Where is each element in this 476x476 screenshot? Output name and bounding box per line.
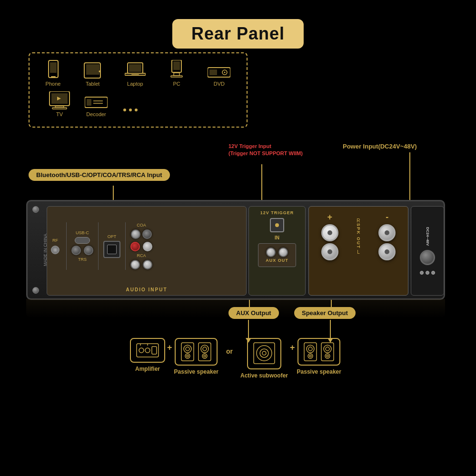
arrow-spk-down — [330, 320, 331, 339]
line-aux-up — [249, 300, 250, 307]
trs-label-text: TRS — [78, 257, 87, 262]
svg-rect-2 — [50, 62, 57, 73]
line-trigger — [261, 164, 262, 200]
spk-minus: - — [386, 212, 388, 222]
usbc-label-text: USB-C — [76, 230, 89, 235]
source-dvd: DVD — [208, 66, 230, 87]
optical-connector — [103, 241, 120, 258]
bottom-diagram: Amplifier + P — [26, 338, 445, 379]
svg-point-44 — [202, 354, 207, 358]
source-phone: Phone — [46, 60, 61, 87]
trs-right — [84, 246, 93, 255]
active-subwoofer-box — [247, 338, 281, 369]
rf-connector — [51, 246, 60, 254]
decoder-label: Decoder — [86, 111, 106, 117]
dc-connector — [420, 250, 435, 265]
svg-rect-22 — [52, 108, 67, 109]
dc-label: DC24~48V — [426, 227, 430, 246]
laptop-label: Laptop — [127, 81, 143, 87]
amplifier-label: Amplifier — [135, 366, 160, 372]
coa-left — [131, 229, 140, 239]
aux-l — [266, 248, 276, 257]
source-tablet: Tablet — [83, 62, 102, 87]
pc-icon — [168, 60, 185, 79]
svg-rect-30 — [137, 344, 159, 357]
svg-point-51 — [307, 345, 314, 353]
decoder-icon — [85, 95, 108, 109]
svg-point-32 — [145, 348, 150, 353]
tablet-icon — [83, 62, 102, 79]
svg-rect-9 — [131, 74, 139, 75]
trigger-section: 12V TRIGGER IN AUX OUT — [248, 206, 306, 296]
spk-post-minus-r — [378, 243, 396, 260]
svg-point-57 — [326, 347, 329, 351]
svg-point-37 — [184, 345, 191, 353]
coa-label-text: COA — [137, 223, 146, 228]
power-label: Power Input(DC24V~48V) — [343, 143, 417, 150]
plus-sign-2: + — [288, 343, 297, 353]
phone-icon — [46, 60, 60, 79]
trs-column: USB-C TRS — [71, 230, 93, 262]
svg-point-5 — [99, 70, 100, 72]
trigger-label: 12V Trigger Input (Trigger NOT SUPPORT W… — [228, 143, 303, 158]
svg-rect-12 — [174, 73, 179, 76]
passive-speaker-2-box — [298, 338, 340, 366]
svg-point-54 — [309, 355, 311, 357]
svg-point-17 — [224, 72, 226, 73]
source-decoder: Decoder — [85, 95, 108, 117]
coa-right — [142, 229, 152, 239]
svg-rect-1 — [51, 76, 56, 77]
diagram-amplifier-group: Amplifier — [130, 338, 165, 372]
rf-column: RF — [51, 238, 61, 254]
bolt-tl — [32, 206, 39, 213]
amp-panel: MADE IN CHINA www.aiyima.com RF USB-C TR… — [26, 200, 445, 300]
svg-point-53 — [308, 354, 313, 358]
trs-left — [71, 246, 81, 255]
spk-l-label: L — [357, 249, 360, 255]
diagram-active-subwoofer-group: Active subwoofer — [240, 338, 288, 379]
svg-point-29 — [135, 109, 138, 111]
dc-power-section: DC24~48V — [411, 206, 444, 296]
spk-post-plus-l — [321, 224, 338, 241]
laptop-icon — [125, 62, 146, 79]
audio-input-section: RF USB-C TRS OPT — [47, 206, 247, 296]
rca-column: RCA — [130, 242, 152, 269]
rca-l — [130, 260, 140, 269]
coa-column: COA — [131, 223, 152, 239]
svg-point-40 — [187, 355, 188, 357]
dvd-label: DVD — [214, 81, 225, 87]
amplifier-icon-row — [130, 338, 165, 363]
aux-r — [278, 248, 288, 257]
audio-input-label: AUDIO INPUT — [126, 287, 168, 292]
svg-point-47 — [257, 346, 272, 361]
svg-point-52 — [308, 347, 312, 351]
spk-plus: + — [327, 212, 332, 222]
phone-label: Phone — [46, 81, 61, 87]
aux-output-label: AUX Output — [228, 307, 279, 319]
spk-post-plus-r — [321, 243, 338, 260]
arrow-aux-down — [248, 320, 249, 339]
pc-label: PC — [173, 81, 180, 87]
spk-out-label: SPK OUT — [356, 223, 361, 249]
rf-label: RF — [52, 238, 58, 243]
aux-out-label: AUX OUT — [266, 258, 288, 263]
svg-rect-7 — [129, 64, 141, 72]
page-title: Rear Panel — [172, 19, 304, 49]
svg-rect-15 — [209, 69, 217, 75]
dvd-icon — [208, 66, 230, 79]
usbc-connector — [75, 237, 90, 244]
tv-label: TV — [56, 111, 63, 117]
svg-point-42 — [201, 345, 208, 353]
opt-label-text: OPT — [108, 234, 117, 239]
12v-trigger-label: 12V TRIGGER — [260, 210, 294, 215]
opt-column: OPT — [103, 234, 120, 258]
line-spk-up — [331, 300, 332, 307]
svg-rect-33 — [152, 347, 157, 354]
trigger-port — [270, 218, 284, 232]
speaker-output-label: Speaker Output — [294, 307, 356, 319]
svg-rect-11 — [173, 61, 180, 70]
svg-point-49 — [262, 351, 266, 355]
rca-r — [143, 260, 152, 269]
svg-point-45 — [204, 355, 206, 357]
amplifier-box — [130, 338, 165, 363]
